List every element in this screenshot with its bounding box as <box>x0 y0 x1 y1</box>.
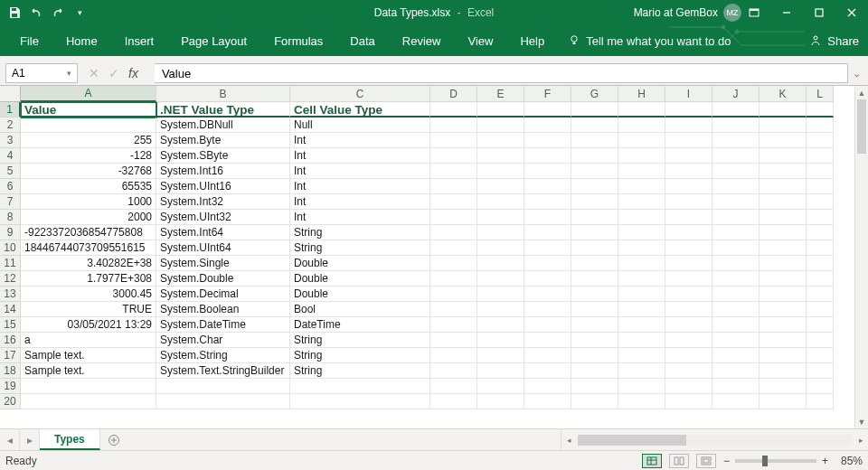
row-header[interactable]: 15 <box>0 317 21 333</box>
cell[interactable] <box>618 240 665 256</box>
cell[interactable] <box>571 194 618 210</box>
cell[interactable]: 255 <box>21 133 156 148</box>
cell[interactable] <box>665 240 712 256</box>
cell[interactable] <box>571 148 618 164</box>
cell[interactable] <box>524 348 571 363</box>
cell[interactable] <box>807 302 834 317</box>
cell[interactable] <box>430 394 477 409</box>
cell[interactable] <box>430 102 477 118</box>
cell[interactable] <box>618 333 665 348</box>
cell[interactable]: System.DBNull <box>156 118 290 133</box>
cell[interactable] <box>430 271 477 287</box>
cell[interactable] <box>712 164 760 179</box>
scroll-right-icon[interactable]: ▸ <box>854 436 868 445</box>
cell[interactable] <box>430 179 477 194</box>
cell[interactable] <box>430 194 477 210</box>
row-header[interactable]: 19 <box>0 379 21 394</box>
enter-icon[interactable]: ✓ <box>108 66 119 80</box>
cell[interactable] <box>807 164 834 179</box>
tab-review[interactable]: Review <box>392 29 452 53</box>
cell[interactable] <box>665 194 712 210</box>
cell[interactable] <box>807 348 834 363</box>
cell[interactable] <box>618 302 665 317</box>
cell[interactable] <box>807 148 834 164</box>
cell[interactable] <box>618 102 665 118</box>
cell[interactable]: System.UInt64 <box>156 240 290 256</box>
cell[interactable]: String <box>290 333 430 348</box>
cell[interactable] <box>477 118 524 133</box>
cell[interactable] <box>760 133 807 148</box>
cell[interactable] <box>571 164 618 179</box>
cell[interactable] <box>571 302 618 317</box>
tab-file[interactable]: File <box>9 29 50 53</box>
column-header-k[interactable]: K <box>760 86 807 102</box>
vertical-scrollbar[interactable]: ▲ ▼ <box>854 86 868 428</box>
name-box[interactable]: A1 ▾ <box>5 63 78 83</box>
cell[interactable]: TRUE <box>21 302 156 317</box>
cell[interactable]: 2000 <box>21 210 156 225</box>
cell[interactable]: .NET Value Type <box>156 102 290 118</box>
cell[interactable]: 03/05/2021 13:29 <box>21 317 156 333</box>
cell[interactable] <box>807 394 834 409</box>
minimize-button[interactable] <box>770 0 803 25</box>
cell[interactable] <box>156 379 290 394</box>
cell[interactable] <box>665 225 712 240</box>
cell[interactable] <box>618 271 665 287</box>
cell[interactable] <box>430 225 477 240</box>
cell[interactable] <box>571 287 618 302</box>
cell[interactable] <box>571 379 618 394</box>
cell[interactable] <box>524 194 571 210</box>
cell[interactable] <box>760 363 807 379</box>
zoom-slider[interactable] <box>735 459 816 463</box>
cell[interactable] <box>477 102 524 118</box>
cell[interactable] <box>712 348 760 363</box>
cell[interactable] <box>571 240 618 256</box>
cell[interactable] <box>571 271 618 287</box>
cell[interactable] <box>477 317 524 333</box>
column-header-a[interactable]: A <box>21 86 156 102</box>
cell[interactable] <box>807 333 834 348</box>
cell[interactable] <box>712 240 760 256</box>
cell[interactable]: String <box>290 240 430 256</box>
cell[interactable] <box>760 118 807 133</box>
row-header[interactable]: 14 <box>0 302 21 317</box>
cell[interactable] <box>430 256 477 271</box>
cell[interactable]: a <box>21 333 156 348</box>
select-all-corner[interactable] <box>0 86 21 102</box>
cell[interactable] <box>571 394 618 409</box>
cell[interactable] <box>618 379 665 394</box>
view-normal-icon[interactable] <box>642 454 662 468</box>
cell[interactable] <box>618 225 665 240</box>
cell[interactable] <box>665 118 712 133</box>
cell[interactable] <box>477 210 524 225</box>
cell[interactable]: String <box>290 348 430 363</box>
tell-me-search[interactable]: Tell me what you want to do <box>568 34 731 48</box>
cell[interactable] <box>807 271 834 287</box>
cell[interactable] <box>760 164 807 179</box>
fx-icon[interactable]: fx <box>128 66 138 80</box>
cell[interactable] <box>618 179 665 194</box>
tab-home[interactable]: Home <box>55 29 108 53</box>
tab-insert[interactable]: Insert <box>114 29 165 53</box>
cell[interactable]: 18446744073709551615 <box>21 240 156 256</box>
cell[interactable] <box>524 210 571 225</box>
cell[interactable]: -128 <box>21 148 156 164</box>
redo-icon[interactable] <box>51 5 65 20</box>
cell[interactable] <box>290 379 430 394</box>
zoom-slider-thumb[interactable] <box>762 456 768 466</box>
cell[interactable]: Double <box>290 271 430 287</box>
cell[interactable] <box>430 333 477 348</box>
cell[interactable] <box>477 363 524 379</box>
cell[interactable]: Int <box>290 148 430 164</box>
cell[interactable]: System.SByte <box>156 148 290 164</box>
cell[interactable] <box>524 148 571 164</box>
cell[interactable] <box>618 363 665 379</box>
cell[interactable] <box>665 394 712 409</box>
cell[interactable] <box>477 287 524 302</box>
row-header[interactable]: 8 <box>0 210 21 225</box>
scroll-down-icon[interactable]: ▼ <box>855 415 868 428</box>
account-info[interactable]: Mario at GemBox MZ <box>634 4 741 22</box>
undo-icon[interactable] <box>29 5 43 20</box>
cell[interactable]: System.Boolean <box>156 302 290 317</box>
cell[interactable] <box>665 333 712 348</box>
